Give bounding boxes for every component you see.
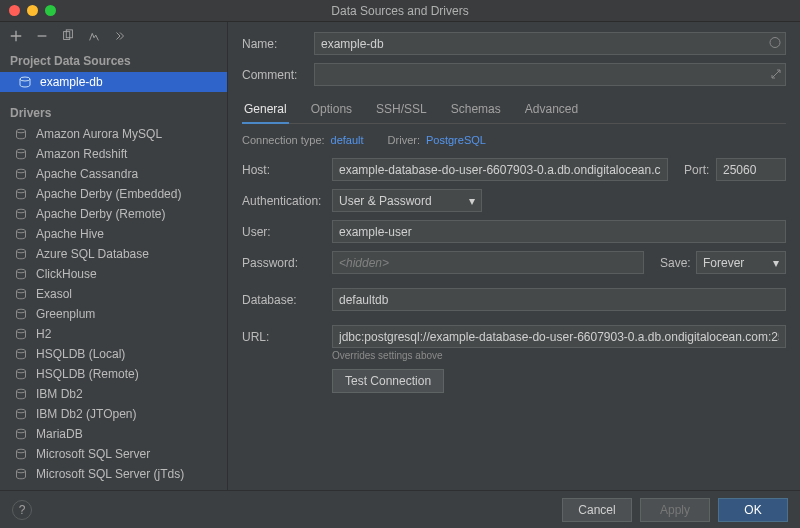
driver-item[interactable]: HSQLDB (Remote) bbox=[0, 364, 227, 384]
driver-item[interactable]: Apache Cassandra bbox=[0, 164, 227, 184]
add-icon[interactable] bbox=[8, 28, 24, 44]
driver-item[interactable]: IBM Db2 (JTOpen) bbox=[0, 404, 227, 424]
driver-icon bbox=[14, 347, 28, 361]
auth-select[interactable]: User & Password ▾ bbox=[332, 189, 482, 212]
driver-icon bbox=[14, 227, 28, 241]
window-title: Data Sources and Drivers bbox=[0, 4, 800, 18]
color-picker-icon[interactable] bbox=[769, 36, 781, 51]
password-input[interactable] bbox=[332, 251, 644, 274]
url-label: URL: bbox=[242, 330, 332, 344]
name-input[interactable] bbox=[314, 32, 786, 55]
driver-icon bbox=[14, 207, 28, 221]
driver-link[interactable]: PostgreSQL bbox=[426, 134, 486, 146]
help-button[interactable]: ? bbox=[12, 500, 32, 520]
svg-point-17 bbox=[17, 409, 26, 413]
driver-icon bbox=[14, 407, 28, 421]
svg-point-13 bbox=[17, 329, 26, 333]
window-titlebar: Data Sources and Drivers bbox=[0, 0, 800, 22]
drivers-list: Amazon Aurora MySQLAmazon RedshiftApache… bbox=[0, 124, 227, 484]
svg-point-11 bbox=[17, 289, 26, 293]
chevron-down-icon: ▾ bbox=[469, 194, 475, 208]
driver-item[interactable]: Amazon Redshift bbox=[0, 144, 227, 164]
reset-icon[interactable] bbox=[112, 28, 128, 44]
url-input[interactable] bbox=[332, 325, 786, 348]
svg-point-8 bbox=[17, 229, 26, 233]
driver-item[interactable]: Azure SQL Database bbox=[0, 244, 227, 264]
driver-item[interactable]: ClickHouse bbox=[0, 264, 227, 284]
port-input[interactable] bbox=[716, 158, 786, 181]
datasources-list: example-db bbox=[0, 72, 227, 92]
comment-input[interactable] bbox=[314, 63, 786, 86]
driver-icon bbox=[14, 467, 28, 481]
driver-item[interactable]: Amazon Aurora MySQL bbox=[0, 124, 227, 144]
driver-item[interactable]: Microsoft SQL Server (jTds) bbox=[0, 464, 227, 484]
svg-point-18 bbox=[17, 429, 26, 433]
expand-icon[interactable] bbox=[771, 68, 781, 82]
dialog-footer: ? Cancel Apply OK bbox=[0, 490, 800, 528]
port-label: Port: bbox=[684, 163, 716, 177]
driver-icon bbox=[14, 287, 28, 301]
driver-icon bbox=[14, 367, 28, 381]
datasource-item[interactable]: example-db bbox=[0, 72, 227, 92]
comment-label: Comment: bbox=[242, 68, 314, 82]
conntype-link[interactable]: default bbox=[331, 134, 364, 146]
test-connection-button[interactable]: Test Connection bbox=[332, 369, 444, 393]
svg-point-5 bbox=[17, 169, 26, 173]
driver-label: MariaDB bbox=[36, 427, 83, 441]
driver-label: HSQLDB (Local) bbox=[36, 347, 125, 361]
datasource-icon bbox=[18, 75, 32, 89]
tab-sshssl[interactable]: SSH/SSL bbox=[374, 98, 429, 123]
host-input[interactable] bbox=[332, 158, 668, 181]
tab-schemas[interactable]: Schemas bbox=[449, 98, 503, 123]
remove-icon[interactable] bbox=[34, 28, 50, 44]
driver-label: Microsoft SQL Server bbox=[36, 447, 150, 461]
connection-summary: Connection type: default Driver: Postgre… bbox=[242, 134, 786, 146]
driver-item[interactable]: MariaDB bbox=[0, 424, 227, 444]
datasource-label: example-db bbox=[40, 75, 103, 89]
driver-label: Apache Cassandra bbox=[36, 167, 138, 181]
database-input[interactable] bbox=[332, 288, 786, 311]
driver-item[interactable]: H2 bbox=[0, 324, 227, 344]
settings-icon[interactable] bbox=[86, 28, 102, 44]
cancel-button[interactable]: Cancel bbox=[562, 498, 632, 522]
svg-point-21 bbox=[770, 37, 780, 47]
copy-icon[interactable] bbox=[60, 28, 76, 44]
driver-item[interactable]: Apache Hive bbox=[0, 224, 227, 244]
svg-point-14 bbox=[17, 349, 26, 353]
driver-label: IBM Db2 bbox=[36, 387, 83, 401]
apply-button[interactable]: Apply bbox=[640, 498, 710, 522]
tab-options[interactable]: Options bbox=[309, 98, 354, 123]
driver-icon bbox=[14, 387, 28, 401]
ok-button[interactable]: OK bbox=[718, 498, 788, 522]
driver-label: Apache Hive bbox=[36, 227, 104, 241]
svg-point-20 bbox=[17, 469, 26, 473]
driver-item[interactable]: HSQLDB (Local) bbox=[0, 344, 227, 364]
driver-item[interactable]: Greenplum bbox=[0, 304, 227, 324]
driver-label: Greenplum bbox=[36, 307, 95, 321]
driver-label: IBM Db2 (JTOpen) bbox=[36, 407, 136, 421]
svg-point-7 bbox=[17, 209, 26, 213]
user-input[interactable] bbox=[332, 220, 786, 243]
drivers-heading: Drivers bbox=[0, 102, 227, 124]
driver-item[interactable]: Apache Derby (Remote) bbox=[0, 204, 227, 224]
details-panel: Name: Comment: GeneralOptionsSSH/SSLSche… bbox=[228, 22, 800, 490]
driver-item[interactable]: IBM Db2 bbox=[0, 384, 227, 404]
driver-item[interactable]: Exasol bbox=[0, 284, 227, 304]
driver-label: Microsoft SQL Server (jTds) bbox=[36, 467, 184, 481]
svg-point-16 bbox=[17, 389, 26, 393]
save-label: Save: bbox=[660, 256, 696, 270]
save-select[interactable]: Forever ▾ bbox=[696, 251, 786, 274]
driver-item[interactable]: Apache Derby (Embedded) bbox=[0, 184, 227, 204]
driver-item[interactable]: Microsoft SQL Server bbox=[0, 444, 227, 464]
driver-icon bbox=[14, 447, 28, 461]
tab-bar: GeneralOptionsSSH/SSLSchemasAdvanced bbox=[242, 98, 786, 124]
driver-icon bbox=[14, 427, 28, 441]
tab-advanced[interactable]: Advanced bbox=[523, 98, 580, 123]
tab-general[interactable]: General bbox=[242, 98, 289, 124]
driver-label: Amazon Aurora MySQL bbox=[36, 127, 162, 141]
auth-label: Authentication: bbox=[242, 194, 332, 208]
svg-point-6 bbox=[17, 189, 26, 193]
driver-icon bbox=[14, 307, 28, 321]
datasources-heading: Project Data Sources bbox=[0, 50, 227, 72]
driver-icon bbox=[14, 327, 28, 341]
